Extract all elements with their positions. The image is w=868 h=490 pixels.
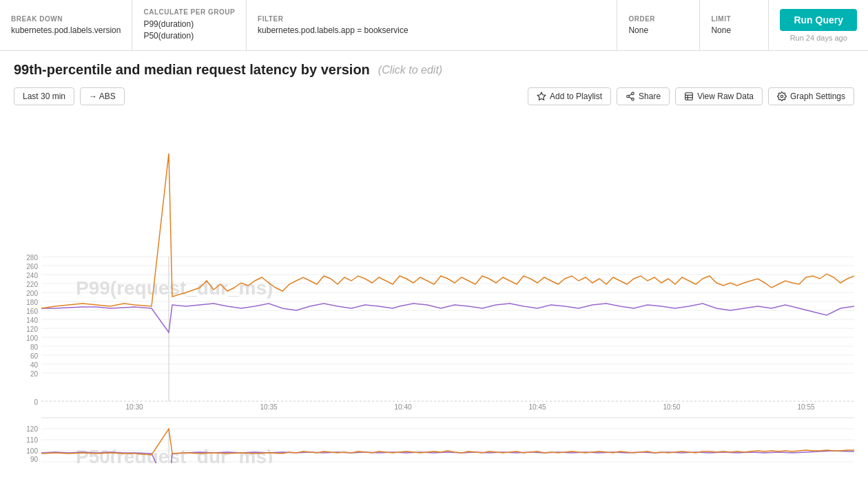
add-to-playlist-button[interactable]: Add to Playlist [528, 87, 611, 105]
svg-text:220: 220 [26, 281, 38, 288]
order-section: ORDER None [617, 0, 700, 50]
filter-value: kubernetes.pod.labels.app = bookservice [258, 25, 606, 35]
y-axis-label: 280 [26, 254, 38, 262]
svg-text:100: 100 [26, 334, 38, 342]
calculate-value: P99(duration) P50(duration) [143, 19, 235, 42]
svg-marker-0 [537, 92, 546, 100]
chart-toolbar: Last 30 min → ABS Add to Playlist Share … [0, 83, 868, 112]
chart-container: 280 260 240 220 200 180 160 140 120 100 … [0, 112, 868, 465]
svg-text:40: 40 [30, 361, 39, 369]
svg-text:160: 160 [26, 308, 38, 315]
svg-text:10:35: 10:35 [260, 403, 277, 411]
filter-section: FILTER kubernetes.pod.labels.app = books… [247, 0, 617, 50]
filter-label: FILTER [258, 15, 606, 23]
svg-point-10 [781, 95, 783, 98]
watermark-bottom: P50(request_dur_ms) [76, 446, 273, 463]
table-icon [684, 92, 694, 101]
svg-text:180: 180 [26, 299, 38, 306]
share-button[interactable]: Share [617, 87, 670, 105]
chart-title: 99th-percentile and median request laten… [14, 62, 370, 78]
calculate-section: CALCULATE PER GROUP P99(duration) P50(du… [132, 0, 247, 50]
main-chart-svg: 280 260 240 220 200 180 160 140 120 100 … [14, 112, 854, 463]
svg-text:10:40: 10:40 [394, 403, 411, 411]
svg-text:110: 110 [26, 436, 38, 444]
svg-point-2 [627, 95, 630, 98]
svg-text:240: 240 [26, 272, 38, 279]
svg-text:140: 140 [26, 317, 38, 324]
svg-text:20: 20 [30, 370, 39, 378]
svg-text:260: 260 [26, 263, 38, 270]
abs-button[interactable]: → ABS [80, 87, 125, 105]
graph-settings-button[interactable]: Graph Settings [768, 87, 854, 105]
svg-line-4 [629, 97, 632, 98]
svg-text:10:50: 10:50 [663, 403, 680, 411]
order-value: None [628, 25, 688, 35]
run-section: Run Query Run 24 days ago [769, 0, 868, 50]
limit-value: None [711, 25, 757, 35]
click-to-edit[interactable]: (Click to edit) [378, 64, 442, 76]
star-icon [537, 92, 546, 101]
svg-text:10:30: 10:30 [125, 403, 143, 411]
svg-point-3 [632, 98, 634, 100]
run-ago-text: Run 24 days ago [790, 34, 847, 42]
limit-section: LIMIT None [700, 0, 769, 50]
svg-text:100: 100 [26, 447, 38, 455]
svg-text:80: 80 [30, 343, 39, 351]
share-icon [626, 92, 635, 101]
svg-text:10:55: 10:55 [797, 403, 814, 411]
breakdown-value: kubernetes.pod.labels.version [11, 25, 121, 35]
svg-point-1 [632, 92, 634, 95]
svg-rect-6 [685, 93, 693, 100]
run-query-button[interactable]: Run Query [780, 9, 857, 31]
time-range-button[interactable]: Last 30 min [14, 87, 74, 105]
svg-text:10:45: 10:45 [528, 403, 546, 411]
svg-text:0: 0 [34, 398, 38, 406]
svg-text:90: 90 [30, 456, 39, 463]
limit-label: LIMIT [711, 15, 757, 23]
header-bar: BREAK DOWN kubernetes.pod.labels.version… [0, 0, 868, 51]
svg-line-5 [629, 94, 632, 96]
gear-icon [777, 92, 787, 101]
title-area: 99th-percentile and median request laten… [0, 51, 868, 83]
toolbar-right: Add to Playlist Share View Raw Data Grap… [528, 87, 854, 105]
svg-text:60: 60 [30, 352, 39, 360]
breakdown-section: BREAK DOWN kubernetes.pod.labels.version [0, 0, 132, 50]
order-label: ORDER [628, 15, 688, 23]
calculate-label: CALCULATE PER GROUP [143, 8, 235, 16]
svg-text:200: 200 [26, 290, 38, 297]
svg-text:120: 120 [26, 425, 38, 433]
view-raw-data-button[interactable]: View Raw Data [675, 87, 763, 105]
svg-text:120: 120 [26, 326, 38, 333]
breakdown-label: BREAK DOWN [11, 15, 121, 23]
